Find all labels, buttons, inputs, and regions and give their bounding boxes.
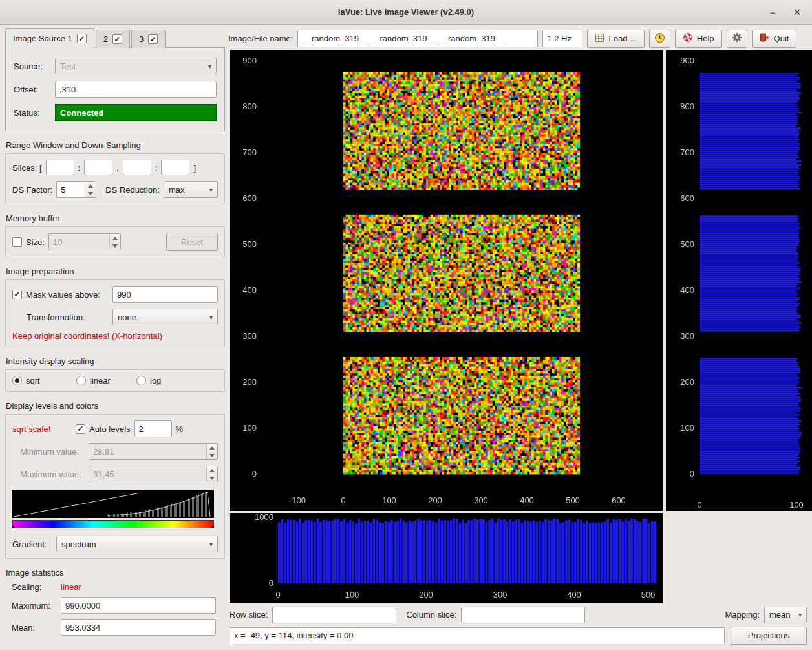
- slice-col-start-input[interactable]: [123, 160, 151, 175]
- spin-up-icon[interactable]: [110, 234, 120, 242]
- buffer-size-label: Size:: [26, 237, 45, 247]
- gradient-select[interactable]: spectrum ▾: [56, 536, 218, 552]
- transformation-select[interactable]: none ▾: [112, 309, 218, 325]
- row-slice-input[interactable]: [272, 607, 396, 623]
- tab-image-source-3[interactable]: 3 ✓: [131, 30, 166, 48]
- toolbar: Image/File name: Load ... Help Quit: [228, 29, 807, 48]
- spinner-arrows[interactable]: [85, 182, 96, 197]
- column-slice-input[interactable]: [461, 607, 585, 623]
- scaling-sqrt-label: sqrt: [26, 376, 72, 385]
- buffer-size-input[interactable]: [49, 234, 109, 250]
- slices-colon2: :: [155, 163, 158, 173]
- spinner-arrows[interactable]: [109, 234, 120, 250]
- spin-down-icon[interactable]: [110, 242, 120, 250]
- spinner-arrows[interactable]: [206, 466, 217, 482]
- status-field: Connected: [55, 104, 217, 121]
- scaling-linear-radio[interactable]: [76, 376, 86, 385]
- scale-note: sqrt scale!: [12, 424, 72, 434]
- stats-maximum-label: Maximum:: [12, 601, 57, 611]
- scaling-sqrt-radio[interactable]: [12, 376, 22, 385]
- image-canvas[interactable]: [230, 50, 663, 511]
- minimum-label: Minimum value:: [20, 447, 85, 457]
- spin-up-icon[interactable]: [207, 444, 217, 451]
- coordinates-warning: Keep original coordinates! (X-horizontal…: [12, 331, 162, 341]
- transformation-label: Transformation:: [27, 312, 109, 322]
- slice-row-end-input[interactable]: [84, 160, 112, 175]
- column-projection-plot[interactable]: [230, 513, 663, 603]
- source-select[interactable]: Test ▾: [55, 58, 217, 74]
- mapping-label: Mapping:: [725, 610, 760, 620]
- slice-row-start-input[interactable]: [46, 160, 74, 175]
- autolevels-checkbox[interactable]: ✓: [76, 424, 85, 434]
- slices-bracket-close: ]: [193, 163, 196, 173]
- help-button[interactable]: Help: [675, 30, 722, 48]
- spin-down-icon[interactable]: [207, 451, 217, 459]
- mapping-select[interactable]: mean ▾: [764, 607, 807, 623]
- minimum-spinbox[interactable]: [89, 443, 218, 460]
- column-projection-canvas[interactable]: [230, 513, 663, 603]
- load-file-icon: [595, 33, 604, 45]
- filename-input[interactable]: [297, 30, 538, 47]
- check-icon: ✓: [150, 36, 156, 43]
- main-image-plot[interactable]: [230, 50, 663, 511]
- filename-label: Image/File name:: [228, 34, 293, 43]
- levels-histogram[interactable]: [12, 490, 214, 528]
- clock-icon: [654, 32, 665, 45]
- frame-rate-field[interactable]: [542, 30, 582, 47]
- scaling-log-radio[interactable]: [136, 376, 146, 385]
- maximum-label: Maximum value:: [20, 470, 85, 479]
- chevron-down-icon: ▾: [798, 611, 802, 618]
- titlebar: laVue: Live Image Viewer (v2.49.0) − ✕: [0, 0, 812, 25]
- help-icon: [683, 32, 693, 45]
- tab1-label: Image Source 1: [13, 34, 72, 43]
- minimum-input[interactable]: [89, 444, 206, 459]
- timer-button[interactable]: [649, 30, 670, 48]
- load-button[interactable]: Load ...: [587, 30, 644, 48]
- autolevels-percent-input[interactable]: [134, 420, 172, 437]
- pixel-info-field[interactable]: [230, 627, 725, 644]
- chevron-down-icon: ▾: [209, 541, 213, 548]
- projections-button[interactable]: Projections: [731, 627, 807, 645]
- statistics-section-title: Image statistics: [6, 568, 224, 578]
- tab-image-source-2[interactable]: 2 ✓: [96, 30, 130, 48]
- ds-reduction-select[interactable]: max ▾: [164, 181, 218, 198]
- ds-factor-input[interactable]: [57, 182, 85, 197]
- ds-factor-spinbox[interactable]: [56, 181, 96, 198]
- tab1-checkbox[interactable]: ✓: [77, 34, 87, 43]
- stats-scaling-label: Scaling:: [12, 582, 57, 592]
- row-projection-plot[interactable]: [666, 50, 812, 511]
- buffer-size-spinbox[interactable]: [48, 233, 121, 250]
- gear-icon: [732, 32, 742, 45]
- row-projection-canvas[interactable]: [666, 50, 812, 511]
- slice-col-end-input[interactable]: [161, 160, 189, 175]
- offset-input[interactable]: [55, 81, 217, 98]
- stats-mean-label: Mean:: [12, 623, 57, 633]
- histogram-canvas[interactable]: [12, 490, 214, 518]
- mask-value-input[interactable]: [112, 286, 218, 303]
- offset-label: Offset:: [14, 85, 51, 94]
- gradient-value: spectrum: [61, 539, 96, 549]
- settings-button[interactable]: [727, 30, 747, 48]
- stats-maximum-field[interactable]: [61, 597, 216, 614]
- spin-down-icon[interactable]: [207, 474, 217, 482]
- chevron-down-icon: ▾: [208, 63, 211, 70]
- maximum-spinbox[interactable]: [89, 466, 218, 482]
- mask-checkbox[interactable]: ✓: [12, 290, 22, 299]
- spin-down-icon[interactable]: [85, 190, 96, 197]
- spin-up-icon[interactable]: [85, 182, 96, 190]
- tab2-checkbox[interactable]: ✓: [112, 34, 122, 44]
- stats-mean-field[interactable]: [61, 619, 216, 636]
- percent-label: %: [176, 424, 184, 434]
- gradient-bar[interactable]: [12, 520, 214, 528]
- maximum-input[interactable]: [89, 466, 206, 482]
- tab3-checkbox[interactable]: ✓: [148, 34, 158, 44]
- reset-button[interactable]: Reset: [166, 233, 218, 251]
- quit-button[interactable]: Quit: [752, 30, 797, 48]
- minimize-icon[interactable]: −: [765, 5, 780, 19]
- spin-up-icon[interactable]: [207, 466, 217, 474]
- close-icon[interactable]: ✕: [790, 5, 804, 19]
- tab3-label: 3: [139, 34, 144, 44]
- memory-buffer-checkbox[interactable]: [12, 237, 22, 247]
- tab-image-source-1[interactable]: Image Source 1 ✓: [5, 28, 94, 48]
- spinner-arrows[interactable]: [206, 444, 217, 459]
